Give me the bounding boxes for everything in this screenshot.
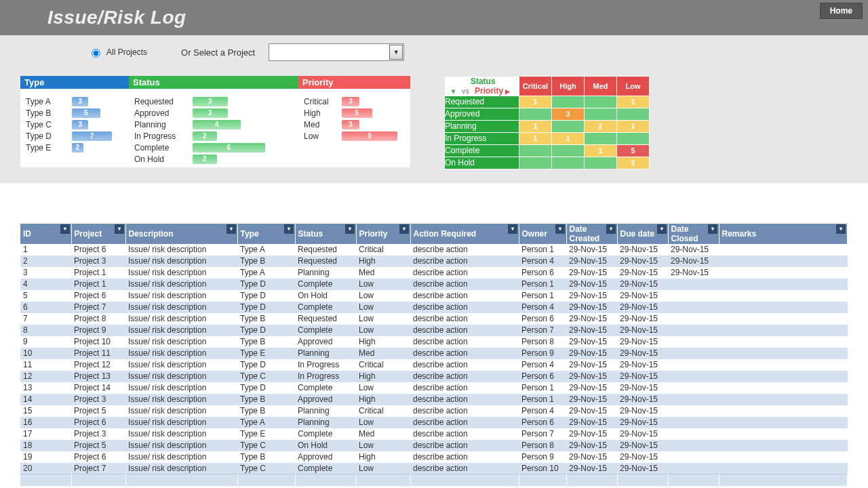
- table-cell[interactable]: Person 1: [519, 290, 566, 302]
- table-cell[interactable]: Critical: [356, 359, 410, 371]
- table-cell[interactable]: [719, 256, 848, 267]
- table-cell[interactable]: 29-Nov-15: [566, 313, 617, 325]
- table-cell[interactable]: 20: [20, 463, 71, 474]
- table-cell[interactable]: 29-Nov-15: [617, 302, 668, 313]
- table-row[interactable]: 14Project 3Issue/ risk descriptionType B…: [20, 394, 848, 405]
- table-row[interactable]: 4Project 1Issue/ risk descriptionType DC…: [20, 279, 848, 290]
- table-cell[interactable]: Project 3: [71, 428, 125, 440]
- column-header[interactable]: Date Created▾: [566, 224, 617, 244]
- table-cell[interactable]: Requested: [295, 313, 356, 325]
- table-cell[interactable]: 29-Nov-15: [566, 290, 617, 302]
- table-cell[interactable]: 19: [20, 451, 71, 463]
- table-cell[interactable]: describe action: [410, 417, 519, 428]
- table-cell[interactable]: Issue/ risk description: [125, 313, 237, 325]
- table-cell[interactable]: Type D: [237, 359, 295, 371]
- table-cell[interactable]: Issue/ risk description: [125, 302, 237, 313]
- table-cell[interactable]: describe action: [410, 290, 519, 302]
- table-cell[interactable]: Person 6: [519, 267, 566, 279]
- table-row[interactable]: 5Project 6Issue/ risk descriptionType DO…: [20, 290, 848, 302]
- table-cell[interactable]: Person 7: [519, 325, 566, 336]
- filter-dropdown-icon[interactable]: ▾: [657, 224, 667, 234]
- table-cell[interactable]: 29-Nov-15: [617, 290, 668, 302]
- table-cell[interactable]: Project 3: [71, 394, 125, 405]
- table-cell[interactable]: Project 1: [71, 279, 125, 290]
- table-cell[interactable]: 29-Nov-15: [617, 348, 668, 359]
- table-cell[interactable]: Med: [356, 267, 410, 279]
- table-cell[interactable]: Project 1: [71, 267, 125, 279]
- table-cell[interactable]: 2: [20, 256, 71, 267]
- table-cell[interactable]: [668, 325, 719, 336]
- table-cell[interactable]: 29-Nov-15: [566, 325, 617, 336]
- table-cell[interactable]: [668, 394, 719, 405]
- table-cell[interactable]: [668, 302, 719, 313]
- column-header[interactable]: Date Closed▾: [668, 224, 719, 244]
- table-cell[interactable]: describe action: [410, 267, 519, 279]
- table-cell[interactable]: 29-Nov-15: [617, 325, 668, 336]
- filter-dropdown-icon[interactable]: ▾: [115, 224, 124, 234]
- filter-dropdown-icon[interactable]: ▾: [284, 224, 294, 234]
- table-cell[interactable]: Approved: [295, 394, 356, 405]
- table-cell[interactable]: Issue/ risk description: [125, 348, 237, 359]
- table-cell[interactable]: Person 9: [519, 451, 566, 463]
- table-cell[interactable]: [668, 382, 719, 394]
- table-cell[interactable]: 29-Nov-15: [617, 394, 668, 405]
- table-cell[interactable]: 18: [20, 440, 71, 451]
- table-row[interactable]: 17Project 3Issue/ risk descriptionType E…: [20, 428, 848, 440]
- table-row[interactable]: 16Project 6Issue/ risk descriptionType A…: [20, 417, 848, 428]
- table-cell[interactable]: 29-Nov-15: [566, 440, 617, 451]
- table-cell[interactable]: In Progress: [295, 371, 356, 382]
- table-cell[interactable]: Person 1: [519, 279, 566, 290]
- table-cell[interactable]: Type C: [237, 463, 295, 474]
- table-row[interactable]: 7Project 8Issue/ risk descriptionType BR…: [20, 313, 848, 325]
- filter-dropdown-icon[interactable]: ▾: [226, 224, 236, 234]
- table-cell[interactable]: Low: [356, 325, 410, 336]
- table-cell[interactable]: Low: [356, 417, 410, 428]
- table-cell[interactable]: Project 6: [71, 417, 125, 428]
- table-row[interactable]: 8Project 9Issue/ risk descriptionType DC…: [20, 325, 848, 336]
- table-cell[interactable]: describe action: [410, 405, 519, 417]
- table-cell[interactable]: describe action: [410, 463, 519, 474]
- table-cell[interactable]: 16: [20, 417, 71, 428]
- table-cell[interactable]: Issue/ risk description: [125, 244, 237, 256]
- table-cell[interactable]: describe action: [410, 325, 519, 336]
- table-cell[interactable]: describe action: [410, 428, 519, 440]
- table-cell[interactable]: Project 9: [71, 325, 125, 336]
- table-cell[interactable]: describe action: [410, 359, 519, 371]
- table-cell[interactable]: 14: [20, 394, 71, 405]
- table-cell[interactable]: 29-Nov-15: [566, 463, 617, 474]
- table-cell[interactable]: Project 5: [71, 405, 125, 417]
- table-cell[interactable]: [719, 325, 848, 336]
- table-cell[interactable]: describe action: [410, 348, 519, 359]
- table-cell[interactable]: Project 14: [71, 382, 125, 394]
- table-cell[interactable]: Project 5: [71, 440, 125, 451]
- table-cell[interactable]: Complete: [295, 463, 356, 474]
- table-cell[interactable]: Type A: [237, 244, 295, 256]
- table-cell[interactable]: 29-Nov-15: [617, 279, 668, 290]
- table-cell[interactable]: Type D: [237, 325, 295, 336]
- table-cell[interactable]: [719, 382, 848, 394]
- table-cell[interactable]: Complete: [295, 302, 356, 313]
- table-cell[interactable]: Person 4: [519, 405, 566, 417]
- table-cell[interactable]: On Hold: [295, 290, 356, 302]
- table-cell[interactable]: [719, 417, 848, 428]
- column-header[interactable]: Priority▾: [356, 224, 410, 244]
- table-cell[interactable]: describe action: [410, 382, 519, 394]
- table-cell[interactable]: [719, 440, 848, 451]
- table-cell[interactable]: [719, 348, 848, 359]
- table-cell[interactable]: 1: [20, 244, 71, 256]
- table-row[interactable]: 13Project 14Issue/ risk descriptionType …: [20, 382, 848, 394]
- table-cell[interactable]: [668, 359, 719, 371]
- table-cell[interactable]: Complete: [295, 382, 356, 394]
- table-cell[interactable]: Issue/ risk description: [125, 279, 237, 290]
- column-header[interactable]: Action Required▾: [410, 224, 519, 244]
- table-cell[interactable]: Issue/ risk description: [125, 290, 237, 302]
- table-cell[interactable]: Type B: [237, 405, 295, 417]
- table-cell[interactable]: Issue/ risk description: [125, 336, 237, 348]
- table-cell[interactable]: 29-Nov-15: [617, 359, 668, 371]
- table-cell[interactable]: 29-Nov-15: [566, 451, 617, 463]
- table-cell[interactable]: Type B: [237, 394, 295, 405]
- table-cell[interactable]: [668, 405, 719, 417]
- table-cell[interactable]: Project 11: [71, 348, 125, 359]
- table-cell[interactable]: [719, 244, 848, 256]
- table-cell[interactable]: Issue/ risk description: [125, 463, 237, 474]
